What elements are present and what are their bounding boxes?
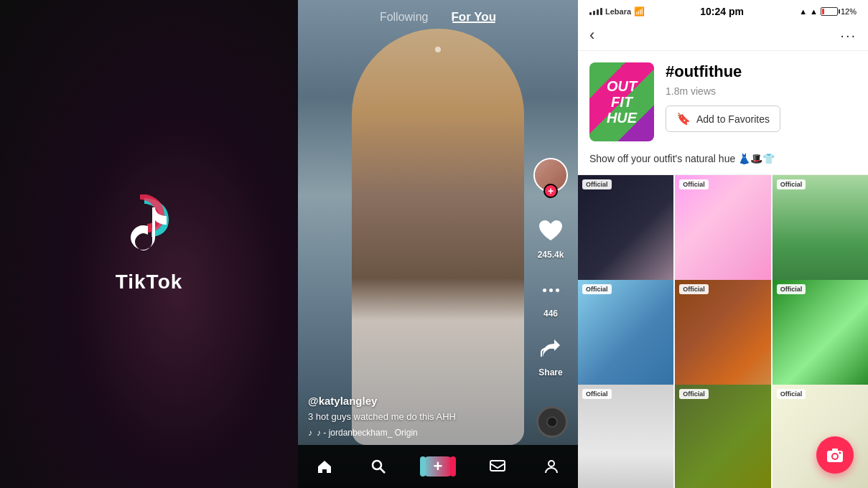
official-badge-7: Official xyxy=(582,389,612,399)
camera-icon xyxy=(826,446,844,464)
status-time: 10:24 pm xyxy=(700,6,744,17)
active-tab-underline xyxy=(452,22,495,23)
dots-icon xyxy=(543,288,559,292)
top-decoration-dot xyxy=(435,47,441,52)
creator-avatar-wrapper: + xyxy=(533,158,568,192)
spinning-record xyxy=(536,406,568,438)
app-name: TikTok xyxy=(116,271,183,294)
like-button[interactable]: 245.4k xyxy=(535,215,566,260)
share-button[interactable]: Share xyxy=(535,333,566,377)
nav-messages[interactable] xyxy=(489,458,506,475)
create-button[interactable]: + xyxy=(423,456,453,477)
tiktok-icon xyxy=(121,194,178,259)
video-nav-header: Following For You xyxy=(298,0,578,32)
battery-fill xyxy=(822,9,824,14)
official-badge-4: Official xyxy=(582,284,612,294)
svg-point-6 xyxy=(833,454,837,459)
nav-create[interactable]: + xyxy=(423,456,453,477)
person-silhouette xyxy=(352,29,524,445)
tiktok-logo: TikTok xyxy=(116,194,183,294)
heart-icon xyxy=(538,219,564,243)
official-badge-2: Official xyxy=(679,179,709,189)
battery-percent: 12% xyxy=(841,7,857,16)
right-panel: Lebara 📶 10:24 pm ▲ ▲ 12% ‹ ··· OUTFITHU… xyxy=(578,0,868,488)
video-info: @katylangley 3 hot guys watched me do th… xyxy=(308,395,528,438)
nav-search[interactable] xyxy=(370,458,387,475)
hashtag-title: #outfithue xyxy=(666,62,857,81)
video-thumb-8[interactable]: Official xyxy=(675,385,770,488)
official-badge-5: Official xyxy=(679,284,709,294)
follow-plus-button[interactable]: + xyxy=(543,184,558,198)
location-icon: ▲ xyxy=(799,7,807,16)
status-bar: Lebara 📶 10:24 pm ▲ ▲ 12% xyxy=(578,0,868,20)
add-favorites-label: Add to Favorites xyxy=(696,113,770,125)
video-actions: + 245.4k 446 xyxy=(533,158,568,377)
video-username[interactable]: @katylangley xyxy=(308,395,528,407)
video-music: ♪ ♪ - jordanbeckham_ Origin xyxy=(308,428,528,438)
search-icon xyxy=(370,458,387,475)
share-label: Share xyxy=(538,367,562,377)
hashtag-views: 1.8m views xyxy=(666,85,857,97)
official-badge-8: Official xyxy=(679,389,709,399)
official-badge-9: Official xyxy=(777,389,806,399)
svg-point-8 xyxy=(839,452,841,454)
video-thumb-7[interactable]: Official xyxy=(578,385,673,488)
music-track: ♪ - jordanbeckham_ Origin xyxy=(317,428,418,438)
hashtag-thumb-text: OUTFITHUE xyxy=(607,78,637,126)
hashtag-thumbnail: OUTFITHUE xyxy=(589,62,654,141)
nav-home[interactable] xyxy=(316,458,333,475)
profile-icon xyxy=(543,458,560,475)
bottom-navigation: + xyxy=(298,445,578,488)
messages-icon xyxy=(489,458,506,475)
official-badge-3: Official xyxy=(777,179,806,189)
svg-rect-2 xyxy=(490,461,505,471)
share-icon xyxy=(538,337,563,361)
svg-line-1 xyxy=(380,469,385,474)
add-to-favorites-button[interactable]: 🔖 Add to Favorites xyxy=(666,105,780,132)
back-button[interactable]: ‹ xyxy=(589,26,594,44)
hashtag-description: Show off your outfit's natural hue 👗🎩👕 xyxy=(578,153,868,175)
left-panel: TikTok xyxy=(0,0,298,488)
comment-count: 446 xyxy=(543,309,558,319)
home-icon xyxy=(316,458,333,475)
more-options-button[interactable]: ··· xyxy=(840,27,857,44)
wifi-icon: 📶 xyxy=(634,6,645,17)
for-you-tab-wrapper: For You xyxy=(451,10,496,24)
video-grid-wrapper: Official Official Official Official Offi… xyxy=(578,175,868,488)
hashtag-header: OUTFITHUE #outfithue 1.8m views 🔖 Add to… xyxy=(578,51,868,153)
battery-indicator xyxy=(821,7,838,16)
top-navigation: ‹ ··· xyxy=(578,20,868,51)
music-note-icon: ♪ xyxy=(308,428,312,438)
nav-profile[interactable] xyxy=(543,458,560,475)
svg-point-0 xyxy=(373,461,381,469)
status-carrier: Lebara 📶 xyxy=(589,6,645,17)
carrier-name: Lebara xyxy=(605,7,631,16)
spinning-record-inner xyxy=(546,416,558,428)
svg-point-3 xyxy=(549,461,554,466)
following-tab[interactable]: Following xyxy=(380,11,429,24)
camera-fab-button[interactable] xyxy=(816,436,854,474)
bookmark-icon: 🔖 xyxy=(676,112,691,126)
comment-button[interactable]: 446 xyxy=(535,274,566,319)
svg-rect-7 xyxy=(832,449,838,451)
signal-bars xyxy=(589,8,602,15)
official-badge-1: Official xyxy=(582,179,612,189)
video-thumb-9[interactable]: Official xyxy=(773,385,868,488)
like-count: 245.4k xyxy=(538,250,564,260)
video-caption: 3 hot guys watched me do this AHH xyxy=(308,411,528,422)
status-right-icons: ▲ ▲ 12% xyxy=(799,7,857,16)
signal-icon: ▲ xyxy=(810,7,818,16)
middle-panel: Following For You + 245.4k xyxy=(298,0,578,488)
hashtag-info: #outfithue 1.8m views 🔖 Add to Favorites xyxy=(666,62,857,132)
official-badge-6: Official xyxy=(777,284,806,294)
